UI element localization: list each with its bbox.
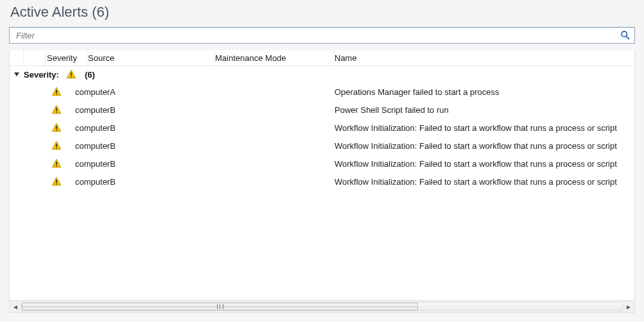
table-row[interactable]: computerAOperations Manager failed to st…: [10, 83, 634, 101]
cell-name: Operations Manager failed to start a pro…: [335, 87, 634, 97]
svg-rect-20: [56, 165, 57, 167]
column-header-source[interactable]: Source: [88, 50, 215, 65]
cell-name: Workflow Initialization: Failed to start…: [335, 177, 634, 187]
cell-source: computerB: [67, 105, 215, 115]
svg-rect-16: [56, 144, 57, 147]
svg-rect-14: [56, 130, 57, 131]
svg-rect-11: [56, 112, 57, 113]
column-header-row: Severity Source Maintenance Mode Name: [10, 50, 634, 66]
column-header-name[interactable]: Name: [335, 50, 634, 65]
svg-rect-19: [56, 162, 57, 165]
table-row[interactable]: computerBWorkflow Initialization: Failed…: [10, 155, 634, 173]
warning-icon: [46, 158, 67, 169]
cell-name: Workflow Initialization: Failed to start…: [335, 141, 634, 151]
table-row[interactable]: computerBWorkflow Initialization: Failed…: [10, 119, 634, 137]
warning-icon: [46, 105, 67, 115]
svg-rect-23: [56, 183, 57, 185]
table-row[interactable]: computerBWorkflow Initialization: Failed…: [10, 173, 634, 191]
group-header-row[interactable]: Severity: (6): [10, 66, 634, 83]
svg-rect-5: [71, 76, 72, 78]
cell-name: Power Shell Script failed to run: [335, 105, 634, 115]
svg-rect-10: [56, 108, 57, 111]
column-header-severity[interactable]: Severity: [46, 50, 88, 65]
warning-icon: [46, 123, 67, 133]
svg-rect-17: [56, 148, 57, 149]
svg-rect-7: [56, 90, 57, 93]
filter-input[interactable]: [15, 27, 620, 44]
cell-source: computerB: [67, 141, 215, 151]
filter-bar: [9, 27, 635, 44]
scroll-left-arrow-icon[interactable]: ◄: [10, 301, 21, 312]
column-header-icon[interactable]: [24, 50, 46, 65]
cell-source: computerA: [67, 87, 215, 97]
svg-rect-4: [71, 72, 72, 76]
cell-source: computerB: [67, 159, 215, 169]
grid-body: Severity: (6) computerAOperations Manage…: [10, 66, 634, 300]
cell-name: Workflow Initialization: Failed to start…: [335, 123, 634, 133]
svg-marker-2: [14, 72, 19, 76]
warning-icon: [46, 140, 67, 151]
table-row[interactable]: computerBPower Shell Script failed to ru…: [10, 101, 634, 119]
svg-rect-8: [56, 94, 57, 95]
group-count: (6): [85, 70, 95, 80]
cell-source: computerB: [67, 177, 215, 187]
alerts-grid: Severity Source Maintenance Mode Name Se…: [9, 50, 635, 313]
warning-icon: [46, 87, 67, 97]
svg-rect-13: [56, 126, 57, 129]
cell-name: Workflow Initialization: Failed to start…: [335, 159, 634, 169]
search-icon[interactable]: [620, 30, 631, 40]
warning-icon: [46, 176, 67, 187]
table-row[interactable]: computerBWorkflow Initialization: Failed…: [10, 137, 634, 155]
scroll-right-arrow-icon[interactable]: ►: [623, 301, 634, 312]
cell-source: computerB: [67, 123, 215, 133]
group-label: Severity:: [24, 70, 62, 80]
column-header-expander[interactable]: [10, 50, 24, 65]
horizontal-scrollbar[interactable]: ◄ ►: [10, 300, 634, 312]
scroll-track[interactable]: [21, 302, 623, 311]
column-header-maintenance[interactable]: Maintenance Mode: [215, 50, 335, 65]
collapse-icon[interactable]: [10, 71, 24, 78]
svg-line-1: [627, 37, 629, 39]
svg-rect-22: [56, 180, 57, 183]
page-title: Active Alerts (6): [10, 4, 635, 21]
scroll-thumb[interactable]: [22, 303, 418, 310]
warning-icon: [64, 69, 78, 80]
